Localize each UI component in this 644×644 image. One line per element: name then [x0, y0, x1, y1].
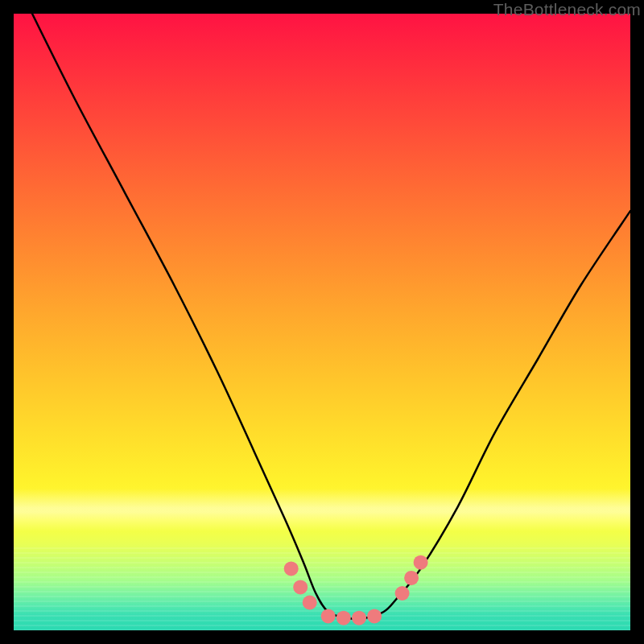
bottleneck-curve	[32, 14, 630, 619]
marker-right-cluster-mid	[404, 571, 419, 585]
watermark-text: TheBottleneck.com	[493, 0, 641, 19]
marker-valley-flat-1	[321, 609, 336, 623]
chart-frame	[14, 14, 630, 630]
marker-valley-flat-3	[352, 611, 366, 625]
marker-right-cluster-bottom	[395, 586, 410, 601]
marker-right-cluster-top	[414, 555, 428, 570]
marker-left-cluster-bottom	[303, 596, 317, 610]
chart-svg	[14, 14, 630, 630]
marker-left-cluster-mid	[293, 580, 308, 594]
marker-valley-flat-4	[367, 609, 382, 623]
marker-left-cluster-top	[284, 561, 299, 576]
marker-valley-flat-2	[336, 611, 351, 625]
